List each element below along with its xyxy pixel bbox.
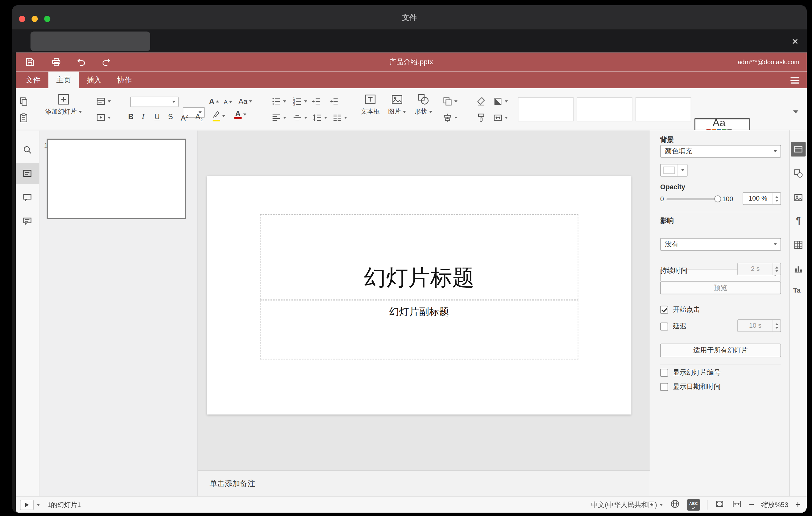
effect-select[interactable]: 没有 — [660, 238, 781, 251]
vertical-align-button[interactable] — [292, 112, 307, 123]
preview-caret-icon[interactable] — [37, 504, 40, 506]
paragraph-settings-tab[interactable]: ¶ — [793, 216, 804, 226]
align-shape-button[interactable] — [442, 112, 457, 123]
zoom-out-button[interactable]: − — [749, 500, 754, 510]
right-toolbar: ¶ Ta — [789, 130, 807, 496]
background-color-select[interactable] — [660, 164, 688, 176]
insert-image-button[interactable]: 图片 — [383, 93, 411, 116]
apply-to-all-button[interactable]: 适用于所有幻灯片 — [660, 343, 781, 357]
subscript-button[interactable]: A2 — [195, 111, 202, 125]
title-placeholder[interactable]: 幻灯片标题 — [260, 214, 578, 300]
clear-style-button[interactable] — [476, 96, 486, 107]
shape-settings-tab[interactable] — [793, 168, 804, 179]
theme-preview-3[interactable] — [636, 97, 691, 121]
copy-icon — [19, 96, 29, 107]
show-datetime-checkbox[interactable] — [660, 383, 668, 391]
tab-insert[interactable]: 插入 — [79, 71, 109, 88]
theme-gallery-expand-button[interactable] — [793, 106, 799, 116]
start-preview-button[interactable] — [20, 500, 34, 510]
paste-button[interactable] — [19, 112, 29, 123]
underline-button[interactable]: U — [154, 111, 160, 122]
slide-thumbnail[interactable] — [47, 139, 186, 219]
insert-shape-button[interactable]: 形状 — [409, 93, 437, 116]
table-settings-tab[interactable] — [793, 239, 804, 250]
theme-preview-selected[interactable]: Aa — [694, 118, 750, 131]
set-language-button[interactable] — [670, 499, 680, 511]
opacity-slider-knob[interactable] — [714, 195, 721, 202]
fit-to-width-button[interactable] — [732, 499, 742, 511]
horizontal-align-button[interactable] — [271, 112, 286, 123]
decrease-font-button[interactable]: A — [224, 96, 232, 107]
copy-button[interactable] — [19, 96, 29, 107]
left-toolbar — [16, 130, 39, 496]
delay-spinner[interactable] — [773, 320, 781, 332]
numbered-list-icon: 123 — [292, 96, 303, 107]
subtitle-placeholder[interactable]: 幻灯片副标题 — [260, 300, 578, 360]
screen: 文件 × 产品介绍.pptx — [0, 0, 812, 516]
columns-button[interactable] — [332, 112, 347, 123]
line-spacing-button[interactable] — [312, 112, 327, 123]
opacity-value-field[interactable]: 100 % — [743, 192, 781, 205]
insert-textbox-button[interactable]: 文本框 — [354, 93, 386, 116]
tab-home[interactable]: 主页 — [49, 71, 79, 88]
chat-button[interactable] — [22, 216, 33, 227]
zoom-in-button[interactable]: + — [795, 500, 801, 510]
bullets-button[interactable] — [271, 96, 286, 107]
language-button[interactable]: 中文(中华人民共和国) — [591, 500, 663, 510]
highlight-color-button[interactable] — [212, 111, 226, 122]
image-settings-tab[interactable] — [793, 192, 804, 203]
search-button[interactable] — [22, 144, 33, 155]
menu-hamburger-icon[interactable] — [790, 76, 799, 85]
slides-panel-button[interactable] — [22, 168, 33, 179]
delay-checkbox[interactable] — [660, 322, 668, 330]
delay-field[interactable]: 10 s — [737, 319, 781, 332]
color-scheme-button[interactable] — [493, 96, 508, 107]
spellcheck-toggle[interactable]: ABC — [687, 499, 700, 511]
start-on-click-checkbox[interactable] — [660, 306, 668, 314]
slide-settings-tab[interactable] — [791, 142, 806, 157]
font-name-select[interactable] — [130, 96, 179, 107]
textart-settings-tab[interactable]: Ta — [793, 286, 804, 297]
comments-button[interactable] — [22, 192, 33, 203]
print-button[interactable] — [51, 57, 61, 67]
theme-preview-1[interactable] — [518, 97, 574, 121]
increase-indent-button[interactable] — [329, 96, 339, 107]
italic-button[interactable]: I — [142, 111, 144, 122]
copy-style-button[interactable] — [476, 112, 486, 123]
start-slideshow-button[interactable] — [96, 112, 111, 123]
opacity-slider-track[interactable] — [666, 198, 720, 200]
slide-size-button[interactable] — [493, 112, 508, 123]
font-color-button[interactable]: A — [234, 111, 246, 119]
theme-preview-2[interactable] — [577, 97, 632, 121]
duration-field[interactable]: 2 s — [737, 263, 781, 275]
slide-layout-button[interactable] — [96, 96, 111, 107]
align-shapes-icon — [442, 112, 453, 123]
decrease-indent-button[interactable] — [311, 96, 321, 107]
notes-area[interactable]: 单击添加备注 — [198, 470, 650, 496]
background-fill-select[interactable]: 颜色填充 — [660, 145, 781, 158]
strikethrough-button[interactable]: S — [168, 111, 173, 122]
fit-to-slide-button[interactable] — [715, 499, 725, 511]
increase-font-button[interactable]: A — [209, 96, 219, 107]
save-button[interactable] — [25, 57, 35, 67]
opacity-spinner[interactable] — [773, 193, 781, 204]
numbering-button[interactable]: 123 — [292, 96, 307, 107]
redo-button[interactable] — [101, 57, 111, 67]
divider — [660, 365, 781, 365]
bold-button[interactable]: B — [128, 111, 133, 122]
add-slide-button[interactable]: 添加幻灯片 — [32, 93, 95, 116]
slide-canvas[interactable]: 幻灯片标题 幻灯片副标题 — [198, 130, 650, 470]
chart-settings-tab[interactable] — [793, 263, 804, 274]
close-icon[interactable]: × — [792, 30, 799, 53]
superscript-button[interactable]: A2 — [181, 111, 188, 123]
slide[interactable]: 幻灯片标题 幻灯片副标题 — [207, 176, 632, 414]
change-case-button[interactable]: Aa — [238, 96, 252, 107]
arrange-shape-button[interactable] — [442, 96, 457, 107]
tab-file[interactable]: 文件 — [18, 71, 49, 88]
show-slide-number-checkbox[interactable] — [660, 369, 668, 376]
preview-button[interactable]: 预览 — [660, 282, 781, 294]
undo-button[interactable] — [76, 57, 87, 67]
tab-collaboration[interactable]: 协作 — [109, 71, 140, 88]
duration-spinner[interactable] — [773, 263, 781, 275]
zoom-level: 缩放%53 — [761, 500, 788, 510]
